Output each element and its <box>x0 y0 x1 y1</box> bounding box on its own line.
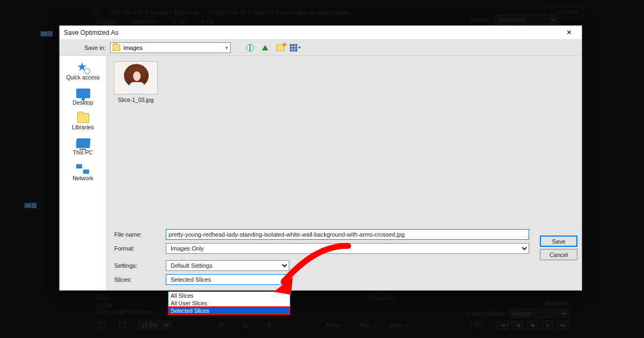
frame-counter: 1 of 1 <box>470 321 483 329</box>
view-menu-button[interactable]: ▾ <box>290 42 301 53</box>
this-pc-icon <box>76 138 90 148</box>
slice-badge-02-icon <box>48 31 53 36</box>
next-frame-button[interactable]: ⏵ <box>542 321 554 329</box>
looping-row: Looping Options: Forever <box>466 309 569 318</box>
status-size: 5.53M <box>97 303 112 308</box>
format-select[interactable]: Images Only <box>166 243 529 254</box>
form-area: File name: Format: Images Only Settings:… <box>107 228 577 287</box>
close-button[interactable]: ✕ <box>560 27 577 39</box>
place-network[interactable]: Network <box>72 163 93 182</box>
chevron-down-icon: ▾ <box>225 45 228 50</box>
channel-b: B: -- <box>267 322 277 328</box>
place-label: This PC <box>73 150 93 156</box>
up-arrow-icon <box>262 45 268 50</box>
place-label: Network <box>72 175 93 182</box>
place-this-pc[interactable]: This PC <box>73 138 93 156</box>
looping-label: Looping Options: <box>466 311 507 317</box>
place-desktop[interactable]: Desktop <box>72 89 93 106</box>
save-dialog: Save Optimized As ✕ Save in: images ▾ ▾ … <box>59 25 582 291</box>
playback-controls: 1 of 1 ⏮ ◀ ▶ ⏵ ⏭ <box>470 321 569 329</box>
settings-label: Settings: <box>107 262 166 269</box>
slice-badge-05: 05 <box>24 203 32 208</box>
status-type: JPEG <box>97 295 111 301</box>
slice-badge-05-icon <box>32 203 36 208</box>
place-libraries[interactable]: Libraries <box>72 113 93 131</box>
settings-select[interactable]: Default Settings <box>166 260 289 271</box>
info-icon: i <box>92 9 100 16</box>
slices-option-all[interactable]: All Slices <box>169 292 290 299</box>
channel-index: Index: -- <box>389 322 409 328</box>
file-thumbnail[interactable]: Slice-1_03.jpg <box>112 61 159 103</box>
savein-value: images <box>123 45 142 51</box>
chevron-down-icon: ▾ <box>298 45 301 50</box>
libraries-icon <box>77 113 89 123</box>
cancel-button[interactable]: Cancel <box>540 249 577 260</box>
folder-icon <box>113 45 120 51</box>
checkbox-a[interactable] <box>99 322 106 328</box>
tip-text: Tip: Use File > Export > Export As… or r… <box>111 9 534 16</box>
titlebar: Save Optimized As ✕ <box>60 26 582 40</box>
prev-frame-button[interactable]: ◀ <box>512 321 524 329</box>
channel-alpha: Alpha: -- <box>326 322 346 328</box>
learn-more-button[interactable]: Learn More <box>545 6 584 18</box>
network-icon <box>76 163 89 174</box>
preset-label: Preset: <box>471 17 489 23</box>
slices-label: Slices: <box>107 276 166 283</box>
format-label: Format: <box>107 245 166 252</box>
location-strip: Save in: images ▾ ▾ <box>60 40 582 56</box>
looping-select[interactable]: Forever <box>510 309 569 318</box>
last-frame-button[interactable]: ⏭ <box>557 321 569 329</box>
slices-select[interactable]: Selected Slices <box>166 274 289 285</box>
animation-label: Animation <box>545 300 569 306</box>
new-folder-button[interactable] <box>275 42 286 53</box>
place-label: Quick access <box>66 75 99 81</box>
desktop-icon <box>76 89 90 98</box>
status-time: 1025 sec @ 56.6 Kbps <box>97 309 151 315</box>
zoom-select[interactable]: 12.5% <box>139 321 171 329</box>
dialog-title: Save Optimized As <box>64 29 560 36</box>
globe-icon <box>246 44 254 52</box>
tip-bar: i Tip: Use File > Export > Export As… or… <box>86 0 590 24</box>
preset-select[interactable]: [Unnamed] <box>494 15 558 25</box>
filename-label: File name: <box>107 231 166 238</box>
place-label: Desktop <box>72 100 93 106</box>
new-folder-icon <box>276 45 284 51</box>
place-quick-access[interactable]: Quick access <box>66 61 99 81</box>
place-label: Libraries <box>72 124 93 131</box>
savein-label: Save in: <box>64 45 106 51</box>
filename-input[interactable] <box>166 229 529 240</box>
status-bar: JPEG 5.53M 1025 sec @ 56.6 Kbps 100 qual… <box>86 295 590 333</box>
savein-combo[interactable]: images ▾ <box>110 42 231 53</box>
slices-option-selected[interactable]: Selected Slices <box>169 307 290 314</box>
play-button[interactable]: ▶ <box>527 321 539 329</box>
thumbnail-image <box>114 61 158 94</box>
channel-g: G: -- <box>243 322 254 328</box>
channel-hex: Hex: -- <box>360 322 376 328</box>
view-grid-icon <box>290 44 297 52</box>
places-sidebar: Quick access Desktop Libraries This PC N… <box>60 56 107 290</box>
up-button[interactable] <box>260 42 270 53</box>
save-button[interactable]: Save <box>540 236 577 247</box>
thumbnail-label: Slice-1_03.jpg <box>118 97 154 103</box>
first-frame-button[interactable]: ⏮ <box>497 321 509 329</box>
checkbox-b[interactable] <box>119 322 126 328</box>
back-button[interactable] <box>245 42 255 53</box>
quick-access-icon <box>77 61 89 73</box>
slices-option-user[interactable]: All User Slices <box>169 299 290 307</box>
status-quality: 100 quality <box>368 295 393 301</box>
slices-dropdown: All Slices All User Slices Selected Slic… <box>168 291 290 315</box>
channel-r: R: -- <box>219 322 230 328</box>
slice-badge-02: 02 <box>40 31 48 36</box>
preset-row: Preset: [Unnamed] <box>471 15 558 25</box>
